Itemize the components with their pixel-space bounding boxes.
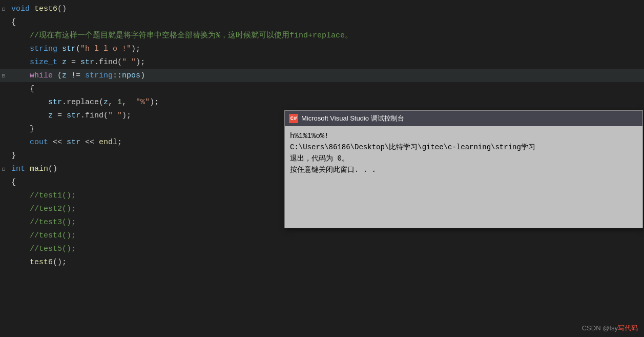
code-token: string: [85, 71, 113, 80]
line-content: {: [7, 15, 644, 29]
line-gutter: [0, 29, 7, 42]
console-titlebar: C# Microsoft Visual Studio 调试控制台: [285, 111, 642, 126]
code-token: str: [62, 45, 76, 53]
code-token: [11, 231, 30, 240]
code-token: string: [30, 45, 57, 53]
code-token: endl: [99, 138, 117, 147]
code-line: {: [0, 82, 644, 95]
line-content: //现在有这样一个题目就是将字符串中空格全部替换为%，这时候就可以使用find+…: [7, 29, 644, 42]
code-token: .replace(: [62, 98, 103, 107]
code-token: (: [53, 71, 62, 80]
line-gutter: [0, 15, 7, 29]
code-token: =: [67, 58, 80, 67]
code-token: z: [62, 58, 67, 67]
code-token: ;: [117, 138, 122, 147]
code-token: ,: [122, 98, 136, 107]
code-token: //test4();: [30, 231, 76, 240]
code-token: //test1();: [30, 191, 76, 200]
line-gutter: [0, 175, 7, 189]
code-token: z: [62, 71, 67, 80]
code-token: while: [30, 71, 53, 80]
code-token: {: [11, 178, 16, 187]
code-token: cout: [30, 138, 48, 147]
console-body: h%1%1%o%!C:\Users\86186\Desktop\比特学习\git…: [285, 126, 642, 228]
console-output-line: 退出，代码为 0。: [290, 153, 637, 164]
code-line: str.replace(z, 1, "%");: [0, 95, 644, 109]
code-token: [11, 258, 30, 267]
line-gutter: [0, 122, 7, 135]
code-token: [11, 71, 30, 80]
code-token: [11, 138, 30, 147]
code-token: {: [11, 85, 34, 93]
code-token: );: [136, 58, 145, 67]
code-line: size_t z = str.find(" ");: [0, 55, 644, 69]
code-token: <<: [48, 138, 67, 147]
code-token: str: [67, 111, 80, 120]
code-token: [57, 45, 62, 53]
line-gutter: [0, 42, 7, 55]
line-gutter: [0, 95, 7, 109]
code-token: ,: [108, 98, 117, 107]
code-line: //test4();: [0, 229, 644, 242]
code-token: (: [76, 45, 80, 53]
code-token: [11, 245, 30, 253]
console-app-icon: C#: [289, 114, 298, 123]
fold-icon[interactable]: ⊟: [2, 72, 6, 79]
code-line: test6();: [0, 255, 644, 269]
code-token: //test2();: [30, 205, 76, 213]
console-window[interactable]: C# Microsoft Visual Studio 调试控制台 h%1%1%o…: [284, 110, 643, 228]
code-token: }: [11, 151, 16, 160]
watermark-prefix: CSDN @tsy: [582, 324, 618, 332]
fold-icon[interactable]: ⊟: [2, 6, 6, 12]
line-gutter: [0, 135, 7, 149]
console-title: Microsoft Visual Studio 调试控制台: [301, 114, 404, 123]
line-gutter: [0, 55, 7, 69]
code-token: [11, 205, 30, 213]
console-output-line: C:\Users\86186\Desktop\比特学习\gitee\c-lear…: [290, 142, 637, 153]
code-token: [11, 218, 30, 227]
code-token: str: [80, 58, 94, 67]
line-gutter: [0, 215, 7, 229]
code-token: [11, 31, 30, 40]
code-token: ();: [53, 258, 67, 267]
code-token: //现在有这样一个题目就是将字符串中空格全部替换为%，这时候就可以使用find+…: [30, 31, 352, 40]
code-token: //test3();: [30, 218, 76, 227]
console-output-line: h%1%1%o%!: [290, 130, 637, 142]
line-content: while (z != string::npos): [7, 69, 644, 82]
code-line: //现在有这样一个题目就是将字符串中空格全部替换为%，这时候就可以使用find+…: [0, 29, 644, 42]
code-token: "h l l o !": [80, 45, 131, 53]
fold-icon[interactable]: ⊟: [2, 166, 6, 172]
code-line: {: [0, 15, 644, 29]
code-token: str: [67, 138, 80, 147]
line-content: //test4();: [7, 229, 644, 242]
code-line: ⊟void test6(): [0, 2, 644, 15]
line-gutter: [0, 242, 7, 255]
line-gutter: ⊟: [0, 2, 7, 15]
code-token: );: [150, 98, 159, 107]
code-token: ): [140, 71, 145, 80]
code-token: npos: [122, 71, 140, 80]
code-token: .find(: [94, 58, 122, 67]
line-gutter: [0, 109, 7, 122]
line-gutter: [0, 229, 7, 242]
line-gutter: [0, 202, 7, 215]
line-content: void test6(): [7, 2, 644, 15]
code-token: str: [48, 98, 62, 107]
line-gutter: [0, 82, 7, 95]
console-output-line: 按任意键关闭此窗口. . .: [290, 164, 637, 175]
code-token: {: [11, 18, 16, 27]
code-token: );: [131, 45, 140, 53]
watermark: CSDN @tsy写代码: [582, 324, 638, 333]
line-gutter: [0, 255, 7, 269]
code-token: [11, 58, 30, 67]
code-token: //test5();: [30, 245, 76, 253]
line-content: str.replace(z, 1, "%");: [7, 95, 644, 109]
code-editor: ⊟void test6(){ //现在有这样一个题目就是将字符串中空格全部替换为…: [0, 0, 644, 337]
code-token: [30, 5, 34, 13]
code-token: !=: [67, 71, 85, 80]
code-token: (): [57, 5, 67, 13]
line-content: size_t z = str.find(" ");: [7, 55, 644, 69]
code-token: void: [11, 5, 30, 13]
code-token: =: [53, 111, 67, 120]
code-token: [11, 191, 30, 200]
